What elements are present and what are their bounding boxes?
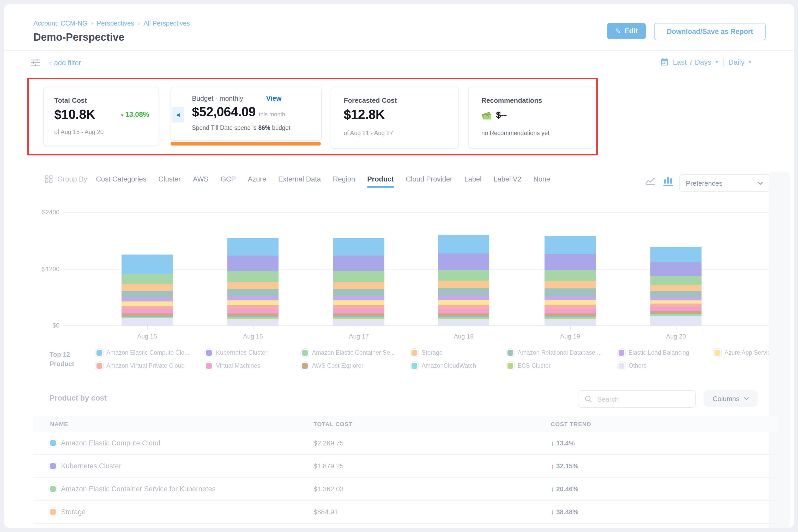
- bar-segment-virtual-machines[interactable]: [650, 307, 702, 310]
- bar-segment-amazon-elastic-compute-cloud[interactable]: [333, 238, 384, 256]
- bar-segment-elastic-load-balancing[interactable]: [333, 296, 384, 300]
- preferences-dropdown[interactable]: Preferences: [679, 174, 770, 192]
- legend-item-others[interactable]: Others: [619, 362, 698, 369]
- bar-segment-azure-app-service[interactable]: [438, 300, 489, 305]
- bar-segment-elastic-load-balancing[interactable]: [121, 297, 173, 302]
- bar-segment-amazoncloudwatch[interactable]: [333, 317, 384, 318]
- tab-cluster[interactable]: Cluster: [158, 175, 181, 186]
- columns-button[interactable]: Columns: [704, 390, 758, 407]
- bar-segment-virtual-machines[interactable]: [333, 309, 384, 314]
- legend-item-elastic-load-balancing[interactable]: Elastic Load Balancing: [619, 349, 698, 356]
- tab-cloud-provider[interactable]: Cloud Provider: [406, 175, 453, 186]
- bar-segment-amazon-relational-database-service[interactable]: [438, 288, 489, 295]
- budget-view-link[interactable]: View: [266, 94, 282, 102]
- granularity-selector[interactable]: Daily: [728, 58, 744, 66]
- bar-segment-virtual-machines[interactable]: [438, 309, 489, 314]
- tab-aws[interactable]: AWS: [193, 175, 209, 186]
- bar-segment-amazon-elastic-container-service-for-kubernetes[interactable]: [650, 276, 702, 285]
- bar-segment-azure-app-service[interactable]: [650, 300, 702, 304]
- bar-segment-storage[interactable]: [545, 281, 596, 288]
- bar-segment-amazon-elastic-compute-cloud[interactable]: [650, 247, 702, 262]
- add-filter-link[interactable]: + add filter: [48, 59, 81, 67]
- table-row-storage[interactable]: Storage$884.91↓38.48%: [33, 501, 778, 524]
- bar-segment-elastic-load-balancing[interactable]: [227, 296, 279, 300]
- bar-segment-storage[interactable]: [227, 282, 279, 289]
- table-header-name[interactable]: NAME: [33, 421, 314, 427]
- bar-segment-amazon-elastic-compute-cloud[interactable]: [227, 238, 279, 256]
- filter-sliders-icon[interactable]: [30, 58, 41, 67]
- tab-cost-categories[interactable]: Cost Categories: [96, 175, 147, 186]
- bar-segment-amazon-relational-database-service[interactable]: [121, 291, 173, 297]
- bar-segment-azure-app-service[interactable]: [333, 300, 384, 305]
- bar-segment-ecs-cluster[interactable]: [438, 318, 489, 319]
- table-row-kubernetes-cluster[interactable]: Kubernetes Cluster$1,879.25↑32.15%: [33, 455, 778, 478]
- line-chart-icon[interactable]: [645, 176, 656, 185]
- bar-segment-amazon-virtual-private-cloud[interactable]: [438, 305, 489, 309]
- edit-button[interactable]: ✎ Edit: [607, 23, 646, 39]
- bar-segment-amazon-elastic-container-service-for-kubernetes[interactable]: [121, 273, 173, 285]
- table-row-amazon-elastic-compute-cloud[interactable]: Amazon Elastic Compute Cloud$2,269.75↓13…: [33, 432, 778, 455]
- bar-segment-aws-cost-explorer[interactable]: [650, 310, 702, 314]
- table-row-amazon-elastic-container-service-for-kubernetes[interactable]: Amazon Elastic Container Service for Kub…: [33, 478, 778, 501]
- bar-segment-kubernetes-cluster[interactable]: [333, 255, 384, 271]
- bar-segment-elastic-load-balancing[interactable]: [438, 295, 489, 300]
- bar-segment-others[interactable]: [545, 319, 596, 325]
- legend-item-amazon-relational-database-service[interactable]: Amazon Relational Database ...: [508, 349, 602, 356]
- legend-item-aws-cost-explorer[interactable]: AWS Cost Explorer: [302, 362, 395, 369]
- bar-segment-amazoncloudwatch[interactable]: [545, 317, 596, 318]
- bar-segment-kubernetes-cluster[interactable]: [227, 255, 279, 271]
- tab-none[interactable]: None: [533, 175, 550, 186]
- bar-segment-elastic-load-balancing[interactable]: [650, 297, 702, 300]
- breadcrumb-account[interactable]: Account: CCM-NG: [33, 20, 87, 27]
- bar-segment-kubernetes-cluster[interactable]: [650, 262, 702, 276]
- bar-segment-amazoncloudwatch[interactable]: [650, 314, 702, 315]
- tab-label[interactable]: Label: [464, 175, 482, 186]
- bar-segment-azure-app-service[interactable]: [121, 302, 173, 306]
- table-header-cost-trend[interactable]: COST TREND: [551, 421, 778, 427]
- bar-segment-aws-cost-explorer[interactable]: [333, 314, 384, 317]
- chevron-down-icon[interactable]: ▾: [716, 59, 718, 64]
- bar-segment-virtual-machines[interactable]: [227, 309, 279, 314]
- search-box[interactable]: [578, 390, 696, 408]
- bar-segment-amazon-virtual-private-cloud[interactable]: [227, 305, 279, 309]
- legend-item-storage[interactable]: Storage: [412, 349, 491, 356]
- legend-item-amazoncloudwatch[interactable]: AmazonCloudWatch: [412, 362, 491, 369]
- bar-segment-amazon-virtual-private-cloud[interactable]: [650, 304, 702, 307]
- budget-prev-button[interactable]: ◀: [172, 107, 184, 122]
- bar-segment-aws-cost-explorer[interactable]: [545, 314, 596, 317]
- legend-item-virtual-machines[interactable]: Virtual Machines: [206, 362, 285, 369]
- breadcrumb-perspectives[interactable]: Perspectives: [97, 20, 134, 27]
- legend-item-ecs-cluster[interactable]: ECS Cluster: [508, 362, 602, 369]
- bar-segment-amazon-virtual-private-cloud[interactable]: [545, 305, 596, 309]
- tab-label-v2[interactable]: Label V2: [494, 175, 521, 186]
- bar-segment-others[interactable]: [333, 319, 384, 325]
- bar-segment-others[interactable]: [121, 318, 173, 325]
- breadcrumb-all-perspectives[interactable]: All Perspectives: [144, 20, 190, 27]
- bar-chart-icon[interactable]: [663, 175, 674, 186]
- tab-gcp[interactable]: GCP: [221, 175, 236, 186]
- tab-region[interactable]: Region: [333, 175, 355, 186]
- bar-segment-storage[interactable]: [333, 282, 384, 289]
- legend-item-amazon-virtual-private-cloud[interactable]: Amazon Virtual Private Cloud: [96, 362, 189, 369]
- download-save-report-button[interactable]: Download/Save as Report: [654, 23, 766, 40]
- time-range-selector[interactable]: Last 7 Days: [673, 58, 711, 66]
- bar-segment-amazon-relational-database-service[interactable]: [650, 291, 702, 297]
- bar-segment-amazoncloudwatch[interactable]: [121, 317, 173, 318]
- tab-azure[interactable]: Azure: [248, 175, 266, 186]
- bar-segment-amazon-relational-database-service[interactable]: [227, 289, 279, 296]
- bar-segment-amazon-elastic-compute-cloud[interactable]: [438, 235, 489, 253]
- bar-segment-amazon-elastic-container-service-for-kubernetes[interactable]: [438, 270, 489, 281]
- bar-segment-azure-app-service[interactable]: [545, 300, 596, 305]
- bar-segment-elastic-load-balancing[interactable]: [545, 296, 596, 300]
- legend-item-amazon-elastic-container-service-for-kubernetes[interactable]: Amazon Elastic Container Se...: [302, 349, 395, 356]
- legend-item-kubernetes-cluster[interactable]: Kubernetes Cluster: [206, 349, 285, 356]
- bar-segment-amazon-relational-database-service[interactable]: [333, 289, 384, 296]
- bar-segment-amazon-virtual-private-cloud[interactable]: [333, 305, 384, 309]
- bar-segment-virtual-machines[interactable]: [545, 309, 596, 314]
- bar-segment-storage[interactable]: [438, 281, 489, 288]
- bar-segment-amazon-elastic-container-service-for-kubernetes[interactable]: [333, 271, 384, 282]
- table-header-total-cost[interactable]: TOTAL COST: [314, 421, 551, 427]
- tab-product[interactable]: Product: [367, 175, 394, 188]
- bar-segment-ecs-cluster[interactable]: [545, 318, 596, 319]
- bar-segment-azure-app-service[interactable]: [227, 300, 279, 305]
